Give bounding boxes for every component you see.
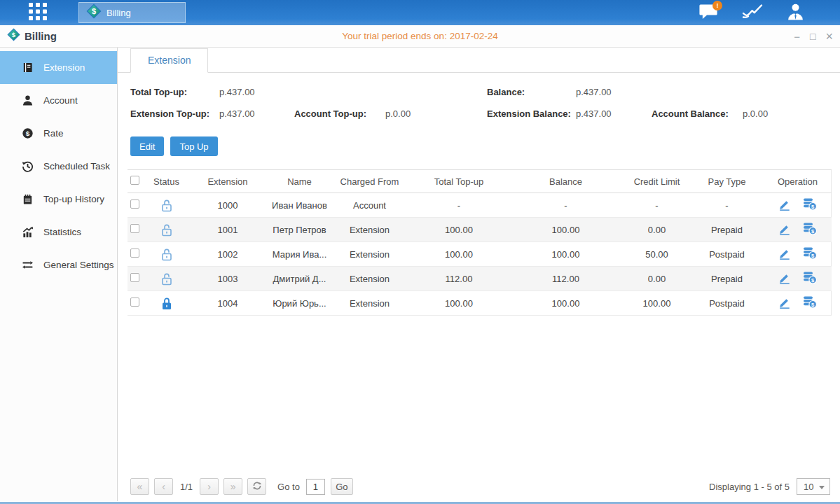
- table-row: 1001 Петр Петров Extension 100.00 100.00…: [128, 218, 832, 242]
- top-up-row-icon[interactable]: $: [803, 271, 817, 286]
- account-menu-button[interactable]: [785, 3, 806, 22]
- lock-closed-icon: [161, 297, 172, 310]
- sidebar-item-scheduled-task[interactable]: Scheduled Task: [0, 150, 117, 183]
- sidebar-item-extension[interactable]: Extension: [0, 51, 117, 84]
- taskbar-billing-button[interactable]: $ Billing: [78, 2, 186, 23]
- displaying-text: Displaying 1 - 5 of 5: [709, 482, 790, 492]
- sidebar-item-topup-history[interactable]: Top-up History: [0, 183, 117, 216]
- last-page-button[interactable]: »: [223, 478, 242, 495]
- cell-credit-limit: 0.00: [624, 267, 690, 291]
- edit-button[interactable]: Edit: [130, 136, 164, 156]
- refresh-button[interactable]: [247, 478, 266, 495]
- cell-pay-type: -: [690, 193, 764, 218]
- cell-total-topup: 112.00: [410, 267, 508, 291]
- goto-page-input[interactable]: [306, 479, 325, 495]
- account-balance-value: p.0.00: [743, 108, 840, 119]
- extension-topup-label: Extension Top-up:: [130, 108, 219, 119]
- row-checkbox[interactable]: [130, 224, 139, 233]
- cell-name: Иван Иванов: [270, 193, 329, 218]
- reports-button[interactable]: [741, 3, 763, 22]
- top-up-row-icon[interactable]: $: [803, 222, 817, 237]
- minimize-button[interactable]: −: [794, 31, 800, 42]
- top-up-row-icon[interactable]: $: [803, 246, 817, 262]
- grid-icon: [28, 3, 48, 23]
- select-all-checkbox[interactable]: [130, 176, 139, 185]
- sidebar-item-label: Scheduled Task: [43, 161, 110, 172]
- sidebar-item-label: Extension: [43, 62, 85, 73]
- prev-page-button[interactable]: ‹: [154, 478, 173, 495]
- notepad-icon: [21, 193, 34, 205]
- dollar-circle-icon: $: [21, 127, 34, 139]
- row-checkbox[interactable]: [130, 200, 139, 209]
- cell-charged-from: Extension: [329, 218, 410, 242]
- cell-balance: 100.00: [508, 218, 624, 242]
- tab-strip: Extension: [118, 48, 840, 73]
- edit-row-icon[interactable]: [778, 223, 791, 237]
- app-launcher-button[interactable]: [27, 3, 49, 22]
- top-up-button[interactable]: Top Up: [170, 136, 217, 156]
- user-icon: [786, 3, 805, 23]
- messages-button[interactable]: !: [698, 3, 719, 22]
- go-button[interactable]: Go: [331, 478, 353, 495]
- row-checkbox[interactable]: [130, 273, 139, 282]
- col-name: Name: [270, 170, 329, 193]
- edit-row-icon[interactable]: [778, 198, 791, 213]
- lock-status-icon: [161, 248, 172, 258]
- sidebar-item-general-settings[interactable]: General Settings: [0, 248, 117, 281]
- title-bar: $ Billing Your trial period ends on: 201…: [0, 25, 840, 48]
- extension-table: Status Extension Name Charged From Total…: [128, 169, 832, 316]
- svg-text:$: $: [26, 130, 30, 137]
- sidebar-item-label: Statistics: [43, 227, 81, 237]
- sidebar-item-label: Top-up History: [43, 194, 104, 204]
- page-size-select[interactable]: 10: [797, 478, 830, 495]
- cell-pay-type: Postpaid: [690, 291, 764, 316]
- cell-balance: 100.00: [508, 242, 624, 267]
- total-topup-label: Total Top-up:: [130, 87, 219, 97]
- cell-extension: 1004: [186, 291, 270, 316]
- row-checkbox[interactable]: [130, 298, 139, 307]
- pagination-bar: « ‹ 1/1 › » Go to: [130, 478, 830, 495]
- tab-extension[interactable]: Extension: [130, 48, 208, 73]
- top-up-row-icon[interactable]: $: [803, 295, 817, 311]
- lock-status-icon: [161, 223, 172, 234]
- sidebar-item-account[interactable]: Account: [0, 84, 117, 117]
- sidebar-item-rate[interactable]: $ Rate: [0, 117, 117, 150]
- top-bar: $ Billing !: [0, 0, 840, 25]
- notification-badge: !: [712, 1, 722, 10]
- person-icon: [21, 94, 34, 106]
- edit-row-icon[interactable]: [778, 296, 791, 311]
- edit-row-icon[interactable]: [778, 272, 791, 286]
- top-up-row-icon[interactable]: $: [803, 197, 817, 213]
- sidebar-item-statistics[interactable]: Statistics: [0, 216, 117, 248]
- main-content: Extension Total Top-up: p.437.00 Balance…: [118, 48, 840, 501]
- lock-status-icon: [161, 297, 172, 307]
- lock-open-icon: [161, 223, 172, 237]
- first-page-button[interactable]: «: [130, 478, 149, 495]
- cell-extension: 1002: [186, 242, 270, 267]
- cell-name: Мария Ива...: [270, 242, 329, 267]
- cell-pay-type: Postpaid: [690, 242, 764, 267]
- close-button[interactable]: ×: [825, 30, 833, 43]
- taskbar-billing-label: Billing: [106, 8, 131, 18]
- next-page-button[interactable]: ›: [200, 478, 219, 495]
- summary-panel: Total Top-up: p.437.00 Balance: p.437.00…: [130, 81, 840, 125]
- window-title: Billing: [25, 30, 57, 42]
- cell-name: Дмитрий Д...: [270, 267, 329, 291]
- cell-balance: -: [508, 193, 624, 218]
- lock-open-icon: [161, 272, 172, 286]
- table-row: 1000 Иван Иванов Account - - - -: [128, 193, 832, 218]
- account-topup-value: p.0.00: [385, 108, 487, 119]
- col-credit-limit: Credit Limit: [624, 170, 690, 193]
- col-total-topup: Total Top-up: [410, 170, 508, 193]
- cell-charged-from: Extension: [329, 242, 410, 267]
- maximize-button[interactable]: □: [810, 31, 815, 41]
- cell-extension: 1001: [186, 218, 270, 242]
- cell-charged-from: Extension: [329, 267, 410, 291]
- edit-row-icon[interactable]: [778, 247, 791, 262]
- row-checkbox[interactable]: [130, 248, 139, 258]
- extension-balance-value: p.437.00: [576, 108, 652, 119]
- cell-extension: 1003: [186, 267, 270, 291]
- cell-credit-limit: 100.00: [624, 291, 690, 316]
- col-pay-type: Pay Type: [690, 170, 764, 193]
- trial-notice: Your trial period ends on: 2017-02-24: [0, 31, 840, 41]
